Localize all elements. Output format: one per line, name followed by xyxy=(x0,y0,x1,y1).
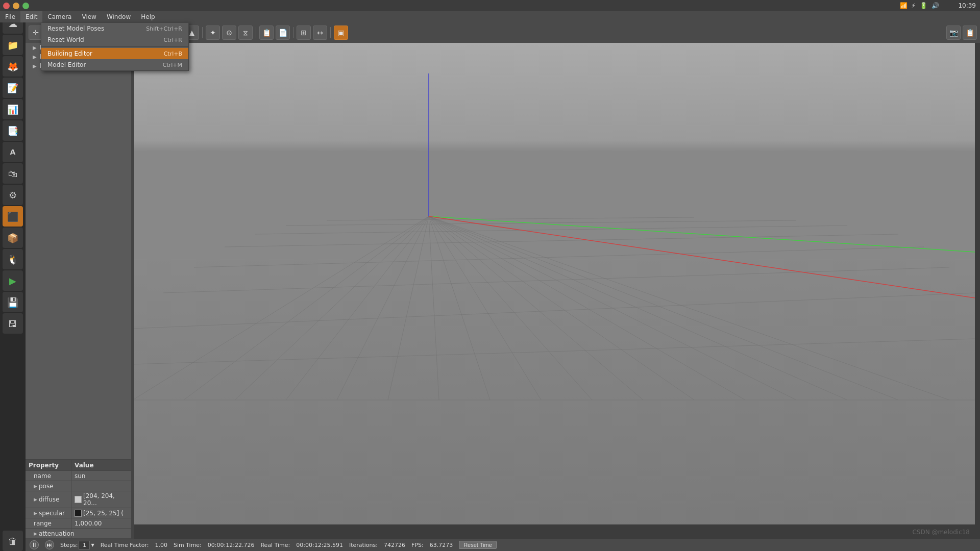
prop-row-pose[interactable]: ▶ pose xyxy=(26,481,133,491)
menu-window[interactable]: Window xyxy=(102,11,136,22)
light-spot-btn[interactable]: ⧖ xyxy=(238,26,253,40)
sidebar-package[interactable]: 📦 xyxy=(3,228,23,248)
dd-reset-poses[interactable]: Reset Model Poses Shift+Ctrl+R xyxy=(41,23,188,34)
sidebar-trash[interactable]: 🗑 xyxy=(3,531,23,551)
prop-key-specular: ▶ specular xyxy=(26,508,71,518)
snap-align-btn[interactable]: ⊞ xyxy=(297,26,311,40)
simtime-value: 00:00:12:22.726 xyxy=(208,542,255,548)
prop-row-specular[interactable]: ▶ specular [25, 25, 25] ( xyxy=(26,508,133,518)
volume-icon: 🔊 xyxy=(932,2,939,9)
light-dir-btn[interactable]: ⊙ xyxy=(222,26,236,40)
prop-key-range: range xyxy=(26,518,71,528)
3d-viewport[interactable] xyxy=(133,43,975,524)
sidebar-storage[interactable]: 💾 xyxy=(3,292,23,312)
diffuse-swatch xyxy=(75,496,82,503)
prop-key-name: name xyxy=(26,471,71,481)
sep5 xyxy=(293,27,293,38)
menu-help[interactable]: Help xyxy=(136,11,160,22)
battery-icon: 🔋 xyxy=(920,2,927,9)
maximize-btn[interactable] xyxy=(22,3,29,9)
sidebar-font[interactable]: A xyxy=(3,142,23,162)
rtf-value: 1.00 xyxy=(155,542,167,548)
steps-label: Steps: xyxy=(60,542,78,548)
sidebar-disk[interactable]: 🖫 xyxy=(3,313,23,334)
prop-row-attenuation[interactable]: ▶ attenuation xyxy=(26,529,133,539)
prop-name-label: name xyxy=(34,472,51,480)
close-btn[interactable] xyxy=(3,3,10,9)
prop-val-range: 1,000.00 xyxy=(71,518,133,528)
steps-down-icon[interactable]: ▼ xyxy=(91,543,94,547)
prop-val-pose xyxy=(71,481,133,491)
bluetooth-icon: ⚡ xyxy=(912,2,916,9)
menu-camera[interactable]: Camera xyxy=(42,11,77,22)
prop-specular-label: specular xyxy=(39,510,65,517)
sidebar-impress[interactable]: 📑 xyxy=(3,120,23,141)
screenshot-btn[interactable]: 📷 xyxy=(946,26,961,40)
step-btn[interactable]: ⏭ xyxy=(45,540,54,549)
prop-val-diffuse: [204, 204, 20... xyxy=(71,491,133,508)
models-arrow: ▶ xyxy=(33,54,38,60)
sidebar-calc[interactable]: 📊 xyxy=(3,99,23,119)
menu-edit[interactable]: Edit xyxy=(20,11,42,22)
simtime-label: Sim Time: xyxy=(174,542,202,548)
paste-btn[interactable]: 📄 xyxy=(276,26,290,40)
network-icon: 📶 xyxy=(900,2,908,9)
dd-model-editor-label: Model Editor xyxy=(47,61,86,68)
reset-time-btn[interactable]: Reset Time xyxy=(459,541,497,549)
dd-separator xyxy=(41,46,188,47)
dd-reset-poses-label: Reset Model Poses xyxy=(47,25,104,32)
edit-dropdown: Reset Model Poses Shift+Ctrl+R Reset Wor… xyxy=(41,22,189,71)
dd-building-editor[interactable]: Building Editor Ctrl+B xyxy=(41,48,188,59)
mirror-btn[interactable]: ↔ xyxy=(313,26,327,40)
steps-value[interactable]: 1 xyxy=(79,541,90,549)
iterations-value: 742726 xyxy=(384,542,405,548)
prop-val-name: sun xyxy=(71,471,133,481)
log-btn[interactable]: 📋 xyxy=(963,26,977,40)
panel-resize-handle[interactable] xyxy=(131,43,134,539)
fps-value: 63.7273 xyxy=(430,542,453,548)
title-bar: 10:39 📶 ⚡ 🔋 🔊 xyxy=(0,0,980,11)
physics-arrow: ▶ xyxy=(33,45,38,51)
dd-model-editor[interactable]: Model Editor Ctrl+M xyxy=(41,59,188,70)
sidebar-firefox[interactable]: 🦊 xyxy=(3,56,23,77)
sidebar-penguin[interactable]: 🐧 xyxy=(3,249,23,269)
dd-model-editor-shortcut: Ctrl+M xyxy=(163,62,182,68)
fps-label: FPS: xyxy=(411,542,424,548)
status-bar: ⏸ ⏭ Steps: 1 ▼ Real Time Factor: 1.00 Si… xyxy=(26,539,980,551)
menu-view[interactable]: View xyxy=(77,11,101,22)
menu-bar: File Edit Camera View Window Help xyxy=(0,11,980,22)
prop-key-diffuse: ▶ diffuse xyxy=(26,491,71,508)
pause-btn[interactable]: ⏸ xyxy=(30,540,39,549)
title-icons: 📶 ⚡ 🔋 🔊 xyxy=(900,2,939,9)
prop-row-name[interactable]: name sun xyxy=(26,471,133,481)
realtime-label: Real Time: xyxy=(260,542,290,548)
property-panel: Property Value name sun ▶ pose ▶ diffuse… xyxy=(26,459,133,539)
sidebar-files[interactable]: 📁 xyxy=(3,35,23,55)
sidebar-terminal[interactable]: ⬛ xyxy=(3,206,23,227)
menu-file[interactable]: File xyxy=(0,11,20,22)
clock: 10:39 xyxy=(958,2,976,9)
sidebar-settings[interactable]: ⚙ xyxy=(3,185,23,205)
prop-row-range[interactable]: range 1,000.00 xyxy=(26,518,133,529)
minimize-btn[interactable] xyxy=(13,3,19,9)
dd-building-editor-label: Building Editor xyxy=(47,50,92,57)
active-mode-btn[interactable]: ▣ xyxy=(334,26,348,40)
prop-attenuation-label: attenuation xyxy=(39,530,75,537)
dd-reset-poses-shortcut: Shift+Ctrl+R xyxy=(146,26,182,32)
attenuation-expand-icon: ▶ xyxy=(34,531,37,536)
dd-reset-world-shortcut: Ctrl+R xyxy=(164,37,182,43)
left-sidebar: ☁ 📁 🦊 📝 📊 📑 A 🛍 ⚙ ⬛ 📦 🐧 ▶ 💾 🖫 🗑 xyxy=(0,11,26,551)
light-point-btn[interactable]: ✦ xyxy=(206,26,220,40)
prop-key-attenuation: ▶ attenuation xyxy=(26,529,71,538)
lights-arrow: ▶ xyxy=(33,63,38,69)
prop-diffuse-label: diffuse xyxy=(39,496,59,503)
sidebar-shop[interactable]: 🛍 xyxy=(3,163,23,184)
dd-reset-world[interactable]: Reset World Ctrl+R xyxy=(41,34,188,45)
prop-col-property: Property xyxy=(26,460,71,470)
prop-key-pose: ▶ pose xyxy=(26,481,71,491)
sidebar-text[interactable]: 📝 xyxy=(3,78,23,98)
pose-expand-icon: ▶ xyxy=(34,484,37,489)
sidebar-media[interactable]: ▶ xyxy=(3,270,23,291)
prop-row-diffuse[interactable]: ▶ diffuse [204, 204, 20... xyxy=(26,491,133,508)
copy-btn[interactable]: 📋 xyxy=(259,26,274,40)
